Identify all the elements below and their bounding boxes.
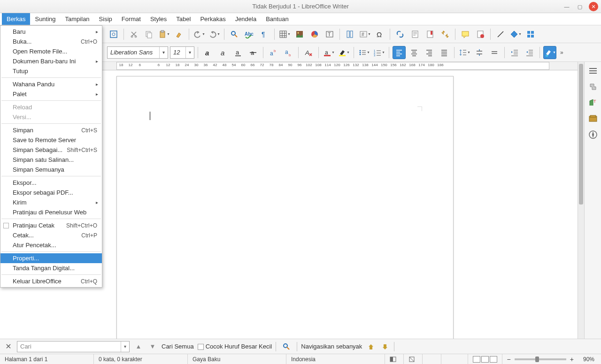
styles-sidebar-icon[interactable]: T — [587, 97, 599, 109]
redo-icon[interactable]: ▾ — [208, 28, 221, 41]
file-menu-item[interactable]: Properti... — [0, 253, 102, 263]
file-menu-item[interactable]: Kirim▸ — [0, 197, 102, 207]
track-changes-icon[interactable] — [474, 28, 487, 41]
file-menu-item[interactable]: Baru▸ — [0, 27, 102, 37]
menu-format[interactable]: Format — [117, 13, 146, 25]
font-name-combo[interactable]: Liberation Sans▾ — [107, 46, 168, 59]
toolbar-overflow-icon[interactable]: » — [560, 49, 563, 56]
status-selection-mode[interactable] — [404, 354, 423, 364]
file-menu-item[interactable]: Keluar LibreOfficeCtrl+Q — [0, 276, 102, 286]
clear-formatting-icon[interactable]: A — [302, 46, 315, 59]
strikethrough-icon[interactable]: a — [247, 46, 260, 59]
insert-table-icon[interactable]: ▾ — [278, 28, 291, 41]
status-page[interactable]: Halaman 1 dari 1 — [0, 354, 94, 364]
file-menu-item[interactable]: Tanda Tangan Digital... — [0, 263, 102, 273]
insert-page-break-icon[interactable] — [343, 28, 356, 41]
menu-sunting[interactable]: Sunting — [30, 13, 60, 25]
align-center-icon[interactable] — [408, 46, 421, 59]
file-menu-item[interactable]: Pratinjau CetakShift+Ctrl+O — [0, 220, 102, 230]
file-menu-item[interactable]: SimpanCtrl+S — [0, 125, 102, 135]
increase-indent-icon[interactable] — [508, 46, 521, 59]
align-left-icon[interactable] — [393, 46, 406, 59]
cut-icon[interactable] — [127, 28, 140, 41]
undo-icon[interactable]: ▾ — [193, 28, 206, 41]
decrease-indent-icon[interactable] — [523, 46, 536, 59]
insert-special-char-icon[interactable]: Ω — [373, 28, 386, 41]
find-all-button[interactable]: Cari Semua — [162, 343, 194, 350]
sidebar-menu-icon[interactable] — [587, 65, 599, 77]
menu-sisip[interactable]: Sisip — [94, 13, 117, 25]
insert-chart-icon[interactable] — [308, 28, 321, 41]
file-menu-item[interactable]: Palet▸ — [0, 89, 102, 99]
file-menu-item[interactable]: Tutup — [0, 66, 102, 76]
gallery-sidebar-icon[interactable] — [587, 113, 599, 125]
insert-field-icon[interactable]: #▾ — [358, 28, 371, 41]
copy-icon[interactable] — [142, 28, 155, 41]
file-menu-item[interactable]: Atur Pencetak... — [0, 240, 102, 250]
menu-tampilan[interactable]: Tampilan — [61, 13, 94, 25]
insert-line-icon[interactable] — [494, 28, 507, 41]
status-words[interactable]: 0 kata, 0 karakter — [94, 354, 188, 364]
paste-icon[interactable]: ▾ — [157, 28, 170, 41]
menu-perkakas[interactable]: Perkakas — [195, 13, 230, 25]
find-options-icon[interactable] — [280, 340, 293, 353]
insert-footnote-icon[interactable] — [408, 28, 422, 41]
file-menu-item[interactable]: Ekspor sebagai PDF... — [0, 188, 102, 197]
zoom-percent[interactable]: 90% — [578, 354, 601, 364]
status-insert-mode[interactable] — [385, 354, 404, 364]
maximize-button[interactable]: ▢ — [576, 2, 584, 11]
page-canvas[interactable] — [116, 76, 454, 343]
file-menu-item[interactable]: Save to Remote Server — [0, 135, 102, 145]
print-preview-icon[interactable] — [107, 28, 120, 41]
underline-icon[interactable]: a — [231, 46, 245, 59]
insert-bookmark-icon[interactable] — [424, 28, 437, 41]
vertical-scrollbar[interactable] — [578, 62, 584, 343]
close-find-icon[interactable]: ✕ — [4, 342, 13, 351]
status-style[interactable]: Gaya Baku — [188, 354, 286, 364]
file-menu-item[interactable]: Buka...Ctrl+O — [0, 37, 102, 46]
file-menu-item[interactable]: Pratinjau di Penelusur Web — [0, 207, 102, 217]
menu-styles[interactable]: Styles — [146, 13, 171, 25]
menu-bantuan[interactable]: Bantuan — [261, 13, 293, 25]
insert-cross-reference-icon[interactable] — [439, 28, 452, 41]
paragraph-highlight-icon[interactable]: ▾ — [543, 46, 556, 59]
italic-icon[interactable]: a — [216, 46, 230, 59]
close-button[interactable]: ✕ — [589, 2, 598, 11]
status-language[interactable]: Indonesia — [286, 354, 385, 364]
bold-icon[interactable]: a — [201, 46, 215, 59]
minimize-button[interactable]: — — [562, 2, 571, 11]
find-prev-icon[interactable]: ▲ — [133, 341, 144, 352]
find-next-icon[interactable]: ▼ — [147, 341, 158, 352]
insert-image-icon[interactable] — [293, 28, 306, 41]
font-size-combo[interactable]: 12▾ — [170, 46, 194, 59]
find-replace-icon[interactable] — [228, 28, 241, 41]
line-spacing-icon[interactable]: ▾ — [458, 46, 471, 59]
basic-shapes-icon[interactable]: ▾ — [509, 28, 522, 41]
zoom-controls[interactable]: − + — [502, 354, 578, 364]
bullet-list-icon[interactable]: ▾ — [357, 46, 370, 59]
numbered-list-icon[interactable]: 123▾ — [372, 46, 385, 59]
properes-1-icon[interactable] — [587, 81, 599, 93]
file-menu-item[interactable]: Ekspor... — [0, 178, 102, 188]
increase-spacing-icon[interactable] — [473, 46, 486, 59]
menu-jendela[interactable]: Jendela — [231, 13, 262, 25]
zoom-slider[interactable] — [515, 358, 566, 360]
insert-textbox-icon[interactable]: T — [323, 28, 336, 41]
font-color-icon[interactable]: a▾ — [322, 46, 335, 59]
match-case-checkbox[interactable] — [198, 344, 204, 350]
file-menu-item[interactable]: Wahana Pandu▸ — [0, 79, 102, 89]
file-menu-item[interactable]: Cetak...Ctrl+P — [0, 230, 102, 240]
navigate-prev-icon[interactable] — [366, 341, 376, 352]
navigate-next-icon[interactable] — [380, 341, 390, 352]
highlight-color-icon[interactable]: ▾ — [337, 46, 350, 59]
format-paintbrush-icon[interactable] — [172, 28, 185, 41]
file-menu-item[interactable]: Open Remote File... — [0, 46, 102, 56]
navigator-sidebar-icon[interactable] — [587, 129, 599, 141]
insert-hyperlink-icon[interactable] — [393, 28, 407, 41]
formatting-marks-icon[interactable]: ¶ — [258, 28, 271, 41]
insert-comment-icon[interactable] — [459, 28, 472, 41]
menu-tabel[interactable]: Tabel — [171, 13, 195, 25]
subscript-icon[interactable]: ab — [282, 46, 295, 59]
file-menu-item[interactable]: Simpan Sebagai...Shift+Ctrl+S — [0, 145, 102, 155]
status-signature[interactable] — [423, 354, 441, 364]
